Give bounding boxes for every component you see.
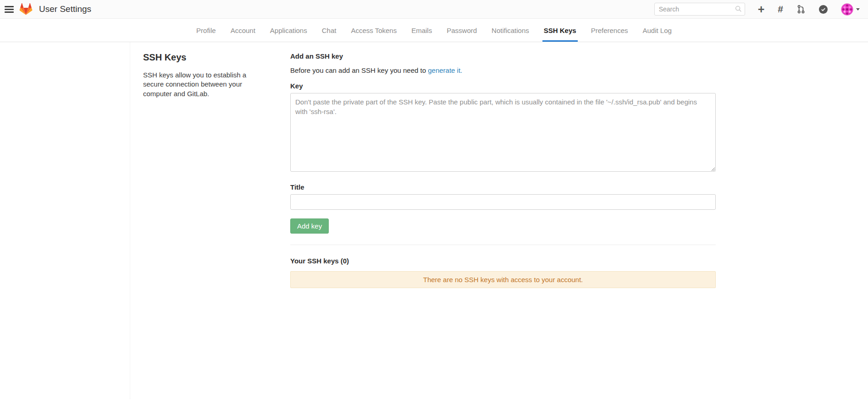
section-description: SSH keys allow you to establish a secure… [143, 71, 263, 98]
hamburger-menu-icon[interactable] [5, 6, 14, 13]
title-field-label: Title [290, 183, 716, 191]
key-title-input[interactable] [290, 194, 716, 210]
section-divider [290, 245, 716, 245]
ssh-key-form-section: Add an SSH key Before you can add an SSH… [290, 52, 738, 399]
tab-applications[interactable]: Applications [269, 19, 309, 42]
section-sidebar: SSH Keys SSH keys allow you to establish… [130, 52, 290, 399]
generate-key-hint: Before you can add an SSH key you need t… [290, 66, 716, 74]
tab-chat[interactable]: Chat [321, 19, 338, 42]
merge-requests-icon[interactable] [796, 5, 806, 14]
section-heading: SSH Keys [143, 52, 281, 63]
settings-tabs: Profile Account Applications Chat Access… [0, 19, 868, 42]
main-content: SSH Keys SSH keys allow you to establish… [130, 42, 738, 399]
add-ssh-key-heading: Add an SSH key [290, 52, 716, 60]
gitlab-logo-icon[interactable] [19, 3, 33, 16]
todos-done-icon[interactable] [819, 5, 828, 14]
tab-ssh-keys[interactable]: SSH Keys [542, 19, 578, 42]
issues-hash-icon[interactable]: # [778, 4, 783, 15]
top-navbar: User Settings + # [0, 0, 868, 19]
user-menu[interactable] [841, 3, 860, 16]
your-ssh-keys-heading: Your SSH keys (0) [290, 257, 716, 265]
empty-keys-warning: There are no SSH keys with access to you… [290, 271, 716, 288]
tab-notifications[interactable]: Notifications [490, 19, 531, 42]
tab-account[interactable]: Account [229, 19, 257, 42]
tab-password[interactable]: Password [445, 19, 478, 42]
key-field-label: Key [290, 82, 716, 90]
search-icon [735, 5, 742, 12]
add-key-button[interactable]: Add key [290, 218, 329, 234]
tab-preferences[interactable]: Preferences [590, 19, 630, 42]
tab-emails[interactable]: Emails [410, 19, 433, 42]
page-title: User Settings [39, 4, 91, 14]
generate-key-hint-text: Before you can add an SSH key you need t… [290, 66, 428, 74]
search-input[interactable] [654, 3, 745, 16]
generate-it-link[interactable]: generate it. [428, 66, 462, 74]
user-avatar[interactable] [841, 3, 853, 16]
navbar-icon-group: + # [758, 3, 860, 16]
caret-down-icon [856, 8, 860, 11]
new-item-plus-icon[interactable]: + [758, 5, 765, 14]
ssh-key-textarea[interactable] [290, 93, 716, 172]
tab-access-tokens[interactable]: Access Tokens [349, 19, 398, 42]
tab-profile[interactable]: Profile [195, 19, 217, 42]
tab-audit-log[interactable]: Audit Log [641, 19, 673, 42]
